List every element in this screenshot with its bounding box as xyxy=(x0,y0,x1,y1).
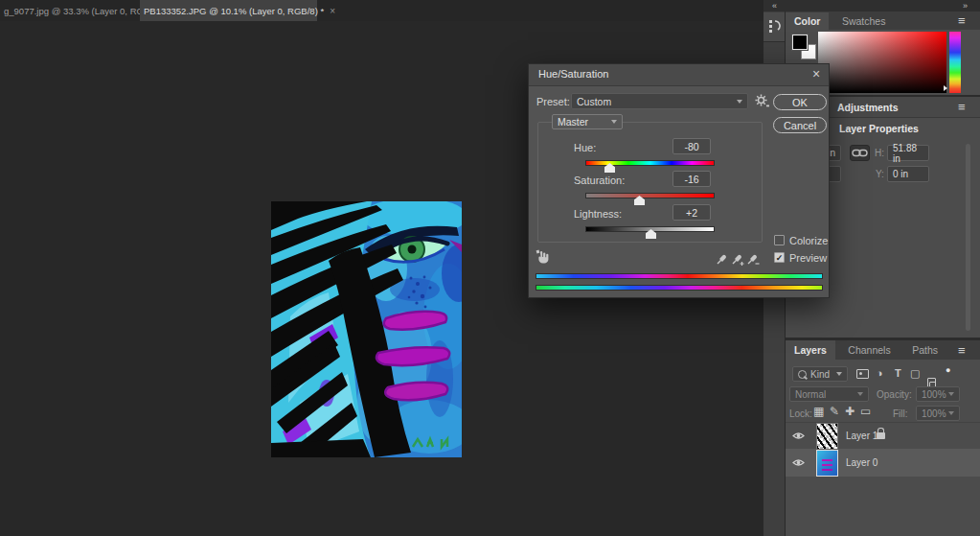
filter-kind-dropdown[interactable]: Kind xyxy=(792,366,848,382)
eye-icon xyxy=(792,458,805,467)
layers-panel-menu-icon[interactable]: ≡ xyxy=(958,346,966,356)
preview-label: Preview xyxy=(789,252,827,264)
channel-dropdown[interactable]: Master xyxy=(552,114,623,129)
y-field-label: Y: xyxy=(876,169,884,179)
eye-icon xyxy=(792,431,805,440)
hue-slider[interactable] xyxy=(585,160,715,166)
link-dimensions-button[interactable] xyxy=(850,145,870,161)
chevron-down-icon xyxy=(836,372,842,376)
hue-label: Hue: xyxy=(574,142,596,153)
canvas-image[interactable] xyxy=(271,201,462,457)
tab-paths[interactable]: Paths xyxy=(903,340,946,360)
on-image-adjustment-tool[interactable] xyxy=(535,249,551,269)
close-icon[interactable]: × xyxy=(330,6,335,16)
chevron-down-icon xyxy=(948,392,954,396)
adjusted-spectrum-bar xyxy=(536,285,823,291)
document-tab-1[interactable]: g_9077.jpg @ 33.3% (Layer 0, RGB/8) * × xyxy=(0,0,140,21)
fill-value: 100% xyxy=(922,408,946,419)
cancel-button[interactable]: Cancel xyxy=(773,117,827,133)
tab-color[interactable]: Color xyxy=(786,12,829,31)
hand-tool-icon xyxy=(535,249,551,266)
collapse-panels-icon[interactable]: « xyxy=(772,0,777,12)
channel-value: Master xyxy=(558,116,588,128)
layer-thumbnail[interactable] xyxy=(816,423,838,450)
filter-image-button[interactable] xyxy=(856,369,869,379)
properties-scrollbar[interactable] xyxy=(966,144,970,331)
eyedropper-button[interactable] xyxy=(716,252,728,269)
filter-type-button[interactable]: T xyxy=(895,367,901,379)
preset-dropdown[interactable]: Custom xyxy=(571,93,748,109)
opacity-value: 100% xyxy=(922,389,946,400)
lock-artboard-button[interactable]: ▭ xyxy=(860,407,873,417)
photoshop-window: g_9077.jpg @ 33.3% (Layer 0, RGB/8) * × … xyxy=(0,0,980,536)
color-panel-menu-icon[interactable]: ≡ xyxy=(958,16,966,26)
eyedropper-plus-icon xyxy=(731,253,744,266)
colorize-label: Colorize xyxy=(789,235,828,246)
eyedropper-minus-icon xyxy=(746,253,760,266)
history-panel-button[interactable] xyxy=(763,12,785,42)
colorize-checkbox[interactable] xyxy=(774,235,785,245)
adjustments-panel-menu-icon[interactable]: ≡ xyxy=(958,103,966,112)
lock-pixels-button[interactable]: ✎ xyxy=(830,407,842,417)
blend-mode-dropdown[interactable]: Normal xyxy=(789,386,869,402)
saturation-slider[interactable] xyxy=(585,193,715,198)
lock-label: Lock: xyxy=(789,408,812,419)
document-tab-2[interactable]: PB133352.JPG @ 10.1% (Layer 0, RGB/8) * … xyxy=(140,0,317,21)
hue-saturation-dialog: Hue/Saturation × Preset: Custom OK Cance… xyxy=(528,63,830,298)
ok-button[interactable]: OK xyxy=(773,94,827,110)
fill-dropdown[interactable]: 100% xyxy=(916,406,960,421)
close-icon[interactable]: × xyxy=(812,66,820,82)
lightness-label: Lightness: xyxy=(574,208,622,220)
visibility-toggle[interactable] xyxy=(786,458,810,467)
expand-panels-icon[interactable]: » xyxy=(963,0,968,12)
filter-shape-button[interactable]: ▢ xyxy=(910,367,920,380)
height-field-label: H: xyxy=(875,148,884,158)
dialog-titlebar[interactable]: Hue/Saturation × xyxy=(529,64,829,86)
filter-adjustment-button[interactable]: ◑ xyxy=(877,367,883,379)
document-tab-2-label: PB133352.JPG @ 10.1% (Layer 0, RGB/8) * xyxy=(144,6,324,16)
opacity-dropdown[interactable]: 100% xyxy=(916,386,960,402)
canvas-artwork xyxy=(271,201,462,457)
saturation-label: Saturation: xyxy=(574,175,625,186)
channel-groupbox xyxy=(537,122,763,243)
color-panel-tabbar: Color Swatches xyxy=(786,12,980,30)
foreground-color-swatch[interactable] xyxy=(792,35,808,50)
tab-channels[interactable]: Channels xyxy=(839,340,899,360)
tab-swatches[interactable]: Swatches xyxy=(833,12,895,31)
height-field[interactable]: 51.88 in xyxy=(887,145,929,161)
lightness-value-field[interactable]: +2 xyxy=(672,204,711,221)
chevron-down-icon xyxy=(611,120,617,124)
document-tabbar: g_9077.jpg @ 33.3% (Layer 0, RGB/8) * × … xyxy=(0,0,763,21)
layer-row-0-selected[interactable]: Layer 0 xyxy=(786,449,980,477)
layer-name[interactable]: Layer 1 xyxy=(846,431,877,441)
saturation-value-field[interactable]: -16 xyxy=(672,171,711,187)
preview-checkbox[interactable]: ✓ xyxy=(774,252,785,263)
preset-options-button[interactable] xyxy=(755,94,769,111)
preset-value: Custom xyxy=(577,96,611,107)
eyedropper-subtract-button[interactable] xyxy=(746,252,760,269)
layers-panel-tabbar: Layers Channels Paths xyxy=(786,340,980,360)
filter-kind-label: Kind xyxy=(810,369,830,380)
layer-row-1[interactable]: Layer 1 xyxy=(786,422,980,449)
blend-mode-value: Normal xyxy=(795,389,826,400)
y-field[interactable]: 0 in xyxy=(887,166,929,182)
link-icon xyxy=(852,147,868,159)
dialog-title: Hue/Saturation xyxy=(538,68,608,80)
panel-dock-header: « » xyxy=(763,0,980,12)
color-gradient-field[interactable] xyxy=(818,32,946,93)
layer-filter-toggle-pin[interactable]: ● xyxy=(946,365,950,375)
layer-name[interactable]: Layer 0 xyxy=(846,457,877,468)
lock-position-button[interactable]: ✚ xyxy=(845,407,857,417)
eyedropper-add-button[interactable] xyxy=(731,252,744,269)
layer-thumbnail[interactable] xyxy=(816,450,838,477)
hue-ramp[interactable] xyxy=(949,32,961,93)
original-spectrum-bar xyxy=(536,273,823,279)
tab-layers[interactable]: Layers xyxy=(786,340,835,360)
visibility-toggle[interactable] xyxy=(786,431,810,440)
preset-label: Preset: xyxy=(536,96,570,107)
fill-label: Fill: xyxy=(893,408,908,419)
hue-value-field[interactable]: -80 xyxy=(672,138,711,154)
chevron-down-icon xyxy=(737,100,742,104)
adjustments-panel-title: Adjustments xyxy=(837,102,899,113)
lock-transparency-button[interactable]: ▦ xyxy=(813,407,826,417)
